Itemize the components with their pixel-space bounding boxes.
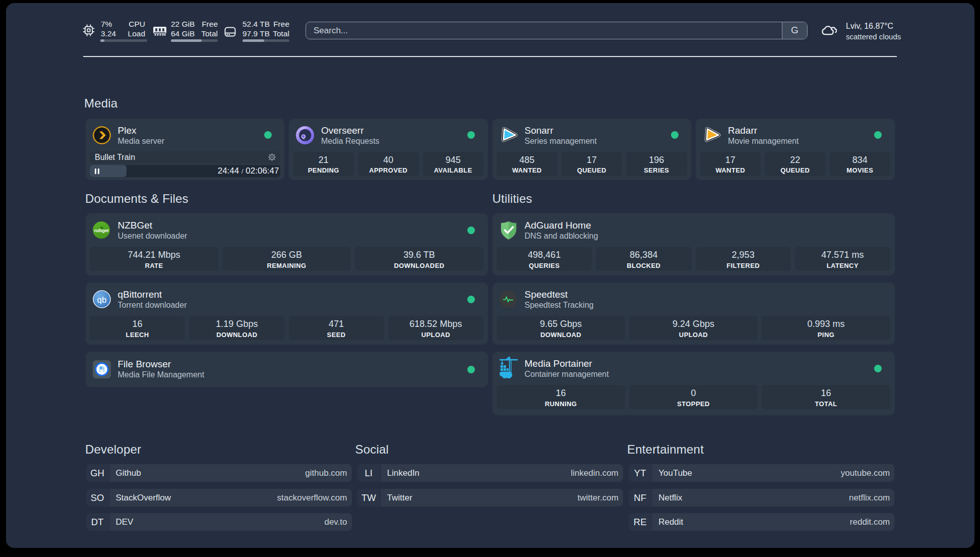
svg-text:qb: qb: [97, 295, 106, 305]
svg-text:nzbget: nzbget: [94, 228, 109, 233]
